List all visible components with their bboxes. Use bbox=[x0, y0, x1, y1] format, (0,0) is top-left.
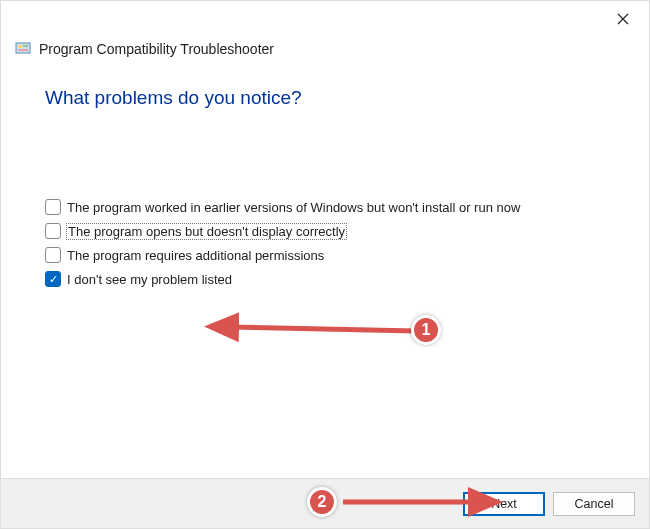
close-button[interactable] bbox=[603, 5, 643, 33]
close-icon bbox=[617, 13, 629, 25]
svg-rect-2 bbox=[23, 45, 28, 47]
checkbox-icon bbox=[45, 223, 61, 239]
option-earlier-versions[interactable]: The program worked in earlier versions o… bbox=[45, 199, 605, 215]
titlebar bbox=[1, 1, 649, 35]
option-permissions[interactable]: The program requires additional permissi… bbox=[45, 247, 605, 263]
option-display-incorrectly[interactable]: The program opens but doesn't display co… bbox=[45, 223, 605, 239]
next-button[interactable]: Next bbox=[463, 492, 545, 516]
annotation-badge-1: 1 bbox=[411, 315, 441, 345]
option-label: I don't see my problem listed bbox=[67, 272, 232, 287]
page-heading: What problems do you notice? bbox=[45, 87, 605, 109]
cancel-button[interactable]: Cancel bbox=[553, 492, 635, 516]
troubleshooter-window: Program Compatibility Troubleshooter Wha… bbox=[0, 0, 650, 529]
problem-options-list: The program worked in earlier versions o… bbox=[45, 199, 605, 287]
checkbox-icon bbox=[45, 247, 61, 263]
option-not-listed[interactable]: ✓ I don't see my problem listed bbox=[45, 271, 605, 287]
option-label: The program opens but doesn't display co… bbox=[67, 224, 346, 239]
header-row: Program Compatibility Troubleshooter bbox=[1, 35, 649, 69]
window-title: Program Compatibility Troubleshooter bbox=[39, 41, 274, 57]
option-label: The program requires additional permissi… bbox=[67, 248, 324, 263]
svg-line-4 bbox=[229, 327, 416, 331]
checkbox-icon bbox=[45, 199, 61, 215]
svg-rect-1 bbox=[18, 45, 22, 48]
annotation-arrow-1 bbox=[211, 311, 441, 351]
troubleshooter-icon bbox=[15, 41, 31, 57]
checkbox-checked-icon: ✓ bbox=[45, 271, 61, 287]
content-area: What problems do you notice? The program… bbox=[1, 69, 649, 287]
option-label: The program worked in earlier versions o… bbox=[67, 200, 520, 215]
footer-bar: Next Cancel bbox=[1, 478, 649, 528]
svg-rect-3 bbox=[18, 49, 28, 51]
